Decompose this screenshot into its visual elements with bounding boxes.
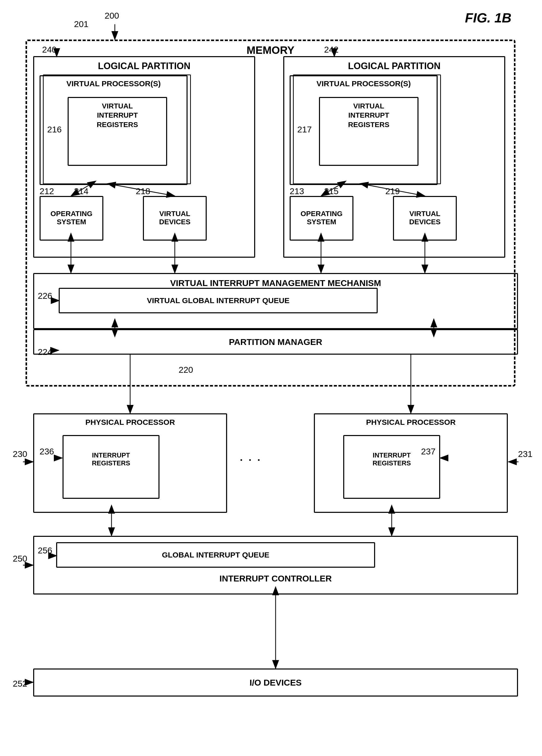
- vir-right-label: VIRTUAL INTERRUPT REGISTERS: [320, 98, 417, 129]
- ref-240: 240: [42, 45, 57, 55]
- lp-right-label: LOGICAL PARTITION: [284, 57, 504, 74]
- io-box: I/O DEVICES: [33, 668, 518, 697]
- ic-label: INTERRUPT CONTROLLER: [33, 574, 518, 584]
- vgiq-box: VIRTUAL GLOBAL INTERRUPT QUEUE: [59, 288, 378, 313]
- ref-252: 252: [13, 679, 27, 689]
- os-box-right: OPERATING SYSTEM: [290, 196, 353, 241]
- ref-214: 214: [74, 186, 89, 196]
- ref-224: 224: [38, 347, 52, 357]
- pm-box: PARTITION MANAGER: [33, 329, 518, 355]
- ref-256: 256: [38, 546, 52, 555]
- ir-box-left: INTERRUPT REGISTERS: [63, 435, 159, 499]
- vir-left-label: VIRTUAL INTERRUPT REGISTERS: [69, 98, 166, 129]
- ref-201: 201: [74, 19, 89, 29]
- ref-250: 250: [13, 554, 27, 564]
- page: FIG. 1B 200 201 MEMORY 240 242 LOGICAL P…: [0, 0, 542, 756]
- ref-218: 218: [136, 186, 150, 196]
- vp-right-label: VIRTUAL PROCESSOR(S): [291, 76, 437, 90]
- ref-226: 226: [38, 291, 52, 301]
- figure-title: FIG. 1B: [465, 10, 511, 26]
- vd-box-left: VIRTUAL DEVICES: [143, 196, 207, 241]
- ir-box-right: INTERRUPT REGISTERS: [343, 435, 440, 499]
- vir-box-right: VIRTUAL INTERRUPT REGISTERS: [319, 97, 418, 166]
- ref-220: 220: [179, 365, 193, 375]
- ref-217: 217: [297, 125, 312, 134]
- pp-right-label: PHYSICAL PROCESSOR: [315, 414, 507, 427]
- vd-box-right: VIRTUAL DEVICES: [393, 196, 457, 241]
- ref-216: 216: [47, 125, 62, 134]
- ref-230: 230: [13, 449, 27, 459]
- ref-212: 212: [40, 186, 54, 196]
- os-box-left: OPERATING SYSTEM: [40, 196, 103, 241]
- vp-left-label: VIRTUAL PROCESSOR(S): [41, 76, 187, 90]
- ellipsis: . . .: [240, 452, 262, 463]
- lp-left-label: LOGICAL PARTITION: [34, 57, 254, 74]
- vimm-label: VIRTUAL INTERRUPT MANAGEMENT MECHANISM: [34, 274, 517, 288]
- ref-215: 215: [324, 186, 339, 196]
- ref-213: 213: [290, 186, 304, 196]
- ref-231: 231: [518, 449, 533, 459]
- ref-219: 219: [385, 186, 400, 196]
- giq-box: GLOBAL INTERRUPT QUEUE: [56, 542, 375, 568]
- ref-200: 200: [105, 11, 119, 21]
- pp-left-label: PHYSICAL PROCESSOR: [34, 414, 226, 427]
- vir-box-left: VIRTUAL INTERRUPT REGISTERS: [68, 97, 167, 166]
- ref-237: 237: [421, 447, 436, 456]
- ref-242: 242: [324, 45, 339, 55]
- ref-236: 236: [40, 447, 54, 456]
